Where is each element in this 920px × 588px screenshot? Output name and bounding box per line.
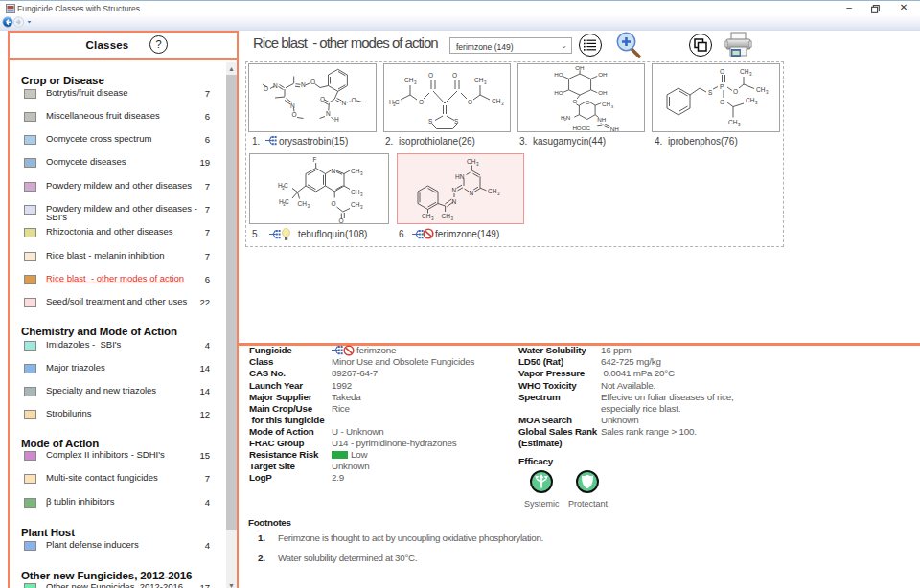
svg-text:3: 3 [501,102,504,106]
svg-text:N: N [452,187,457,193]
svg-text:3: 3 [360,205,363,210]
svg-text:3: 3 [308,204,310,209]
svg-text:CH: CH [756,86,766,93]
svg-text:O: O [339,217,344,223]
svg-text:CH: CH [467,158,476,165]
svg-text:CH: CH [474,77,484,83]
svg-text:NH: NH [610,125,619,131]
svg-text:O: O [586,99,590,105]
svg-text:N: N [470,190,474,196]
svg-text:3: 3 [611,104,614,109]
svg-text:3: 3 [360,171,363,176]
svg-text:O: O [292,111,297,118]
svg-text:3: 3 [414,80,417,85]
svg-text:O: O [428,72,433,79]
svg-text:N: N [452,198,457,205]
svg-text:HN: HN [455,173,465,180]
svg-text:N: N [290,102,295,109]
svg-text:F: F [313,156,317,163]
svg-text:O: O [720,68,724,75]
svg-text:3: 3 [360,192,363,197]
svg-text:3: 3 [749,72,752,77]
svg-text:OH: OH [575,64,584,71]
svg-text:N: N [273,82,278,89]
svg-text:O: O [332,200,336,207]
svg-text:OH: OH [598,71,607,78]
svg-text:CH: CH [488,188,497,194]
svg-text:O: O [468,99,472,105]
svg-text:N: N [301,81,306,88]
svg-text:O: O [352,97,356,103]
svg-text:O: O [264,85,268,92]
svg-text:3: 3 [484,80,487,85]
svg-text:CH: CH [746,97,755,103]
svg-text:CH: CH [351,168,360,174]
svg-text:S: S [454,118,459,124]
svg-text:CH: CH [404,77,414,83]
svg-text:CH: CH [602,101,610,107]
svg-text:H: H [334,116,339,123]
svg-text:3: 3 [755,101,758,105]
svg-text:N: N [326,110,331,117]
svg-text:C: C [284,182,288,189]
svg-text:O: O [572,98,577,104]
svg-text:C: C [285,198,289,205]
svg-text:O: O [310,79,315,85]
svg-text:3: 3 [476,162,479,167]
svg-text:N: N [342,100,347,106]
svg-text:CH: CH [351,189,360,195]
svg-text:3: 3 [738,123,741,127]
svg-text:CH: CH [351,201,360,208]
svg-text:CH: CH [492,98,501,104]
svg-text:3: 3 [766,90,769,95]
svg-text:CH: CH [740,68,749,75]
svg-text:HOOC: HOOC [572,124,590,131]
svg-text:3: 3 [451,216,454,221]
svg-text:S: S [428,118,433,124]
svg-text:3: 3 [431,216,434,221]
svg-text:OH: OH [598,89,607,96]
svg-text:CH: CH [728,119,738,125]
svg-text:O: O [452,72,457,79]
svg-text:CH: CH [442,213,451,219]
svg-text:O: O [733,88,738,95]
svg-text:O: O [720,99,724,105]
svg-text:NH: NH [597,116,606,123]
svg-text:O: O [419,99,424,105]
svg-text:N: N [566,114,571,121]
svg-text:N: N [332,168,336,174]
svg-text:HO: HO [554,89,563,96]
svg-text:3: 3 [497,192,500,196]
svg-text:CH: CH [298,200,308,207]
svg-text:HO: HO [554,71,563,78]
svg-text:P: P [720,83,724,90]
svg-text:CH: CH [422,213,431,219]
svg-text:O: O [320,96,325,102]
svg-text:C: C [395,99,400,105]
svg-text:S: S [708,89,713,96]
